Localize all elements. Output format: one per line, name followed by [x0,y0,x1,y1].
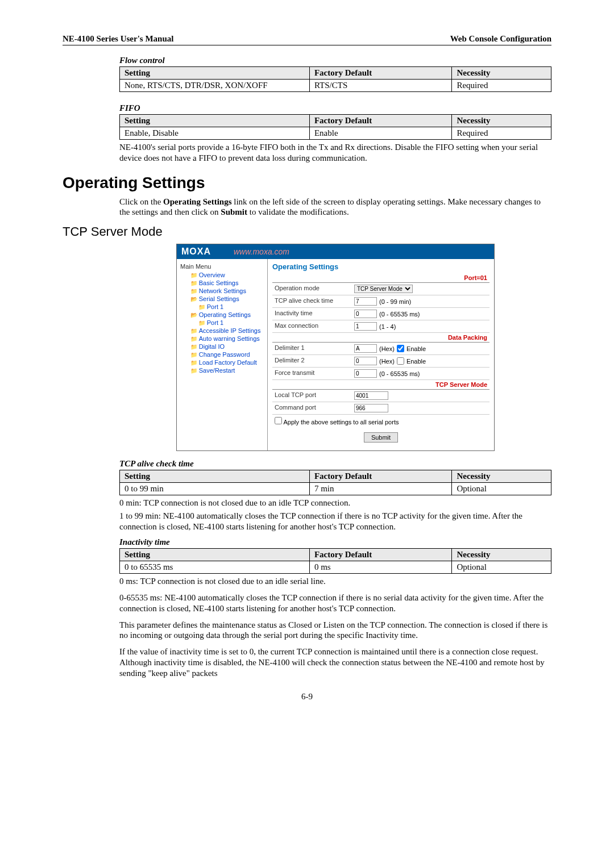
page-number: 6-9 [63,692,551,702]
tcp-server-mode-header: TCP Server Mode [272,380,489,390]
fifo-title: FIFO [119,103,551,113]
row-value: (0 - 99 min) [352,295,489,307]
table-header: Necessity [452,549,551,561]
port-input[interactable] [354,391,388,400]
tcp-server-mode-heading: TCP Server Mode [63,224,551,239]
apply-label: Apply the above settings to all serial p… [283,419,399,425]
nav-item[interactable]: Operating Settings [182,311,264,319]
enable-checkbox[interactable] [397,357,404,365]
header-left: NE-4100 Series User's Manual [63,34,173,44]
row-label: Delimiter 1 [272,343,352,354]
row-label: Max connection [272,320,352,332]
table-cell: Optional [452,483,551,495]
table-cell: Enable [309,127,451,140]
enable-checkbox[interactable] [397,345,404,352]
table-cell: None, RTS/CTS, DTR/DSR, XON/XOFF [120,80,310,92]
row-value: TCP Server Mode [352,283,489,295]
nav-item[interactable]: Save/Restart [182,366,264,374]
row-label: Command port [272,402,352,414]
text-input[interactable] [354,297,377,306]
row-value [352,390,489,402]
row-label: Delimiter 2 [272,355,352,367]
text-input[interactable] [354,344,377,353]
row-value: (1 - 4) [352,320,489,332]
table-cell: Optional [452,561,551,574]
row-value [352,402,489,414]
text-input[interactable] [354,357,377,365]
range-label: (1 - 4) [379,323,396,330]
setting-row: Command port [272,402,489,415]
table-cell: 7 min [309,483,451,495]
suffix-label: (0 - 65535 ms) [379,370,420,377]
table-header: Factory Default [309,549,451,561]
nav-item[interactable]: Port 1 [182,303,264,311]
inactivity-title: Inactivity time [119,537,551,547]
apply-all-checkbox[interactable] [275,417,282,424]
text-input[interactable] [354,369,377,378]
table-header: Setting [120,549,310,561]
fifo-desc: NE-4100's serial ports provide a 16-byte… [119,142,551,164]
table-cell: Required [452,127,551,140]
nav-item[interactable]: Change Password [182,350,264,358]
row-label: Local TCP port [272,390,352,402]
table-header: Factory Default [309,470,451,483]
submit-button[interactable]: Submit [364,432,398,443]
nav-item[interactable]: Load Factory Default [182,358,264,366]
nav-item[interactable]: Serial Settings [182,295,264,303]
nav-root: Main Menu [180,262,264,270]
page-header: NE-4100 Series User's Manual Web Console… [63,34,551,45]
tcp-alive-desc2: 1 to 99 min: NE-4100 automatically close… [119,511,551,532]
operating-intro: Click on the Operating Settings link on … [119,197,551,218]
table-cell: 0 to 99 min [120,483,310,495]
inactivity-desc4: If the value of inactivity time is set t… [119,646,551,678]
row-label: Operation mode [272,283,352,295]
flowcontrol-title: Flow control [119,56,551,65]
table-header: Necessity [452,67,551,80]
tcp-alive-title: TCP alive check time [119,459,551,469]
row-value: (0 - 65535 ms) [352,308,489,320]
suffix-label: (Hex) [379,358,395,365]
brand-logo: MOXA [181,247,211,257]
setting-row: Inactivity time(0 - 65535 ms) [272,308,489,320]
nav-item[interactable]: Digital IO [182,343,264,350]
port-header: Port=01 [272,273,489,283]
data-packing-header: Data Packing [272,333,489,343]
setting-row: Operation modeTCP Server Mode [272,283,489,295]
table-header: Setting [120,470,310,483]
screenshot-header: MOXA www.moxa.com [177,244,494,259]
row-label: Inactivity time [272,308,352,320]
table-header: Factory Default [309,115,451,127]
fifo-table: Setting Factory Default Necessity Enable… [119,114,551,140]
row-value: (Hex)Enable [352,343,489,354]
table-header: Necessity [452,470,551,483]
nav-item[interactable]: Port 1 [182,319,264,327]
nav-item[interactable]: Accessible IP Settings [182,327,264,335]
nav-item[interactable]: Network Settings [182,287,264,295]
enable-label: Enable [406,345,426,352]
tcp-alive-desc1: 0 min: TCP connection is not closed due … [119,498,551,508]
nav-item[interactable]: Auto warning Settings [182,335,264,343]
setting-row: Force transmit(0 - 65535 ms) [272,368,489,380]
brand-url: www.moxa.com [234,247,289,256]
web-console-screenshot: MOXA www.moxa.com Main Menu OverviewBasi… [176,244,495,451]
row-value: (Hex)Enable [352,355,489,367]
flowcontrol-table: Setting Factory Default Necessity None, … [119,66,551,92]
text-input[interactable] [354,322,377,331]
apply-row: Apply the above settings to all serial p… [272,415,489,428]
inactivity-desc2: 0-65535 ms: NE-4100 automatically closes… [119,592,551,614]
port-input[interactable] [354,404,388,412]
range-label: (0 - 99 min) [379,298,411,305]
setting-row: TCP alive check time(0 - 99 min) [272,295,489,308]
table-header: Setting [120,115,310,127]
table-cell: Required [452,80,551,92]
operation-mode-select[interactable]: TCP Server Mode [354,285,413,293]
text-input[interactable] [354,310,377,318]
operating-settings-heading: Operating Settings [63,174,551,192]
table-header: Factory Default [309,67,451,80]
table-cell: RTS/CTS [309,80,451,92]
inactivity-desc1: 0 ms: TCP connection is not closed due t… [119,576,551,587]
nav-item[interactable]: Overview [182,271,264,279]
nav-item[interactable]: Basic Settings [182,279,264,287]
row-label: Force transmit [272,368,352,379]
inactivity-table: Setting Factory Default Necessity 0 to 6… [119,548,551,574]
